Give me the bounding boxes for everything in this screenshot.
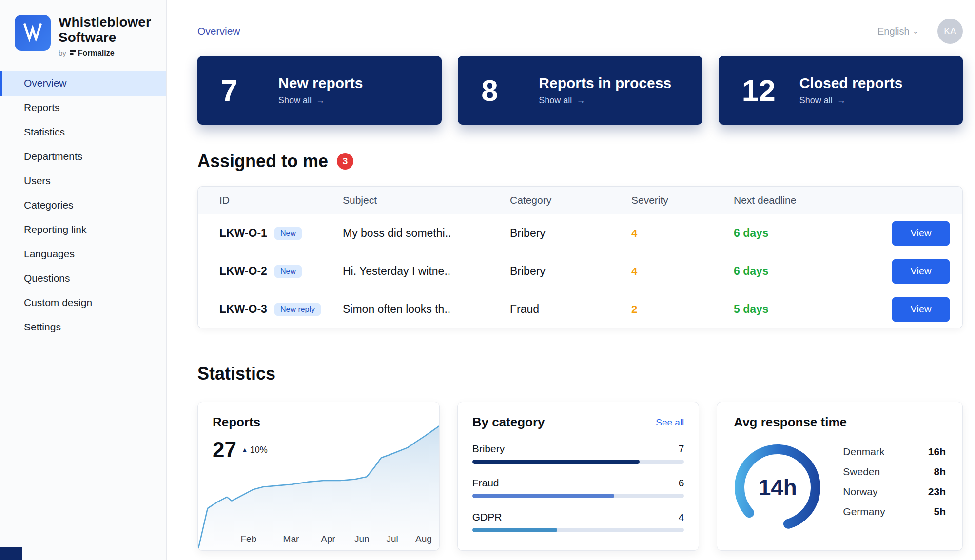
category-value: 6 — [679, 477, 684, 489]
view-button[interactable]: View — [892, 297, 950, 322]
sidebar: Whistleblower Software by Formalize Over… — [0, 0, 167, 560]
arrow-right-icon: → — [837, 96, 846, 106]
category-bar-fill — [472, 528, 557, 532]
by-category-card: By category See all Bribery 7 Fraud 6 — [457, 402, 700, 551]
response-donut-chart: 14h — [734, 444, 821, 531]
report-category: Bribery — [510, 227, 631, 240]
category-item-gdpr: GDPR 4 — [472, 511, 684, 532]
brand-name-line1: Whistleblower — [58, 15, 151, 30]
sidebar-item-label: Settings — [24, 321, 61, 333]
donut-center-label: 14h — [734, 444, 821, 531]
sidebar-item-label: Departments — [24, 151, 82, 162]
view-button[interactable]: View — [892, 221, 950, 246]
sidebar-item-departments[interactable]: Departments — [0, 144, 166, 169]
show-all-label: Show all — [278, 96, 312, 106]
show-all-link[interactable]: Show all → — [800, 96, 903, 106]
by-category-title: By category — [472, 415, 545, 430]
byline-prefix: by — [58, 49, 66, 57]
category-value: 4 — [679, 511, 684, 523]
stat-card-closed[interactable]: 12 Closed reports Show all → — [719, 56, 963, 125]
main-content: Overview English ⌄ KA 7 New reports Show… — [167, 0, 975, 560]
list-item: Norway 23h — [843, 482, 946, 502]
sidebar-item-reporting-link[interactable]: Reporting link — [0, 217, 166, 242]
table-row[interactable]: LKW-O-1 New My boss did somethi.. Briber… — [198, 214, 962, 252]
report-id: LKW-O-1 — [219, 227, 267, 240]
stat-value: 8 — [481, 73, 526, 108]
stat-value: 7 — [221, 73, 266, 108]
col-header-severity: Severity — [631, 194, 734, 206]
list-item: Germany 5h — [843, 502, 946, 521]
category-bar-fill — [472, 460, 640, 464]
assigned-table: ID Subject Category Severity Next deadli… — [197, 186, 963, 328]
x-tick-label: Mar — [283, 534, 299, 544]
sidebar-item-custom-design[interactable]: Custom design — [0, 290, 166, 315]
stat-title: Reports in process — [539, 75, 671, 92]
list-item: Sweden 8h — [843, 462, 946, 482]
country-time: 16h — [928, 446, 946, 458]
sidebar-item-categories[interactable]: Categories — [0, 193, 166, 217]
sidebar-item-settings[interactable]: Settings — [0, 315, 166, 339]
view-button[interactable]: View — [892, 259, 950, 284]
sidebar-item-overview[interactable]: Overview — [0, 71, 166, 96]
reports-chart-card: Reports 27 ▲ 10% — [197, 402, 440, 551]
statistics-cards-row: Reports 27 ▲ 10% — [197, 402, 963, 551]
x-tick-label: Aug — [415, 534, 432, 544]
arrow-right-icon: → — [316, 96, 325, 106]
show-all-link[interactable]: Show all → — [539, 96, 671, 106]
sidebar-item-label: Custom design — [24, 297, 92, 309]
report-deadline: 5 days — [734, 303, 876, 316]
status-badge: New reply — [274, 303, 321, 316]
topbar: Overview English ⌄ KA — [197, 19, 963, 44]
avg-response-title: Avg response time — [734, 415, 946, 430]
formalize-brand: Formalize — [70, 49, 115, 58]
avatar[interactable]: KA — [937, 19, 963, 44]
sidebar-item-languages[interactable]: Languages — [0, 242, 166, 266]
sidebar-item-label: Languages — [24, 248, 75, 260]
sidebar-item-reports[interactable]: Reports — [0, 96, 166, 120]
sidebar-item-label: Reports — [24, 102, 60, 114]
stat-title: Closed reports — [800, 75, 903, 92]
col-header-subject: Subject — [343, 194, 510, 206]
stat-card-new-reports[interactable]: 7 New reports Show all → — [197, 56, 442, 125]
whistleblower-w-icon — [21, 20, 44, 45]
reports-value-row: 27 ▲ 10% — [213, 438, 425, 462]
brand-logo — [15, 15, 51, 51]
report-subject: Simon often looks th.. — [343, 303, 510, 316]
country-time: 8h — [934, 466, 946, 478]
breadcrumb[interactable]: Overview — [197, 25, 240, 37]
statistics-title-text: Statistics — [197, 364, 275, 384]
reports-total: 27 — [213, 438, 236, 462]
report-deadline: 6 days — [734, 227, 876, 240]
show-all-link[interactable]: Show all → — [278, 96, 363, 106]
x-tick-label: Jul — [387, 534, 398, 544]
sidebar-item-users[interactable]: Users — [0, 169, 166, 193]
assigned-title-text: Assigned to me — [197, 151, 328, 172]
show-all-label: Show all — [539, 96, 572, 106]
category-item-fraud: Fraud 6 — [472, 477, 684, 498]
sidebar-item-statistics[interactable]: Statistics — [0, 120, 166, 144]
see-all-link[interactable]: See all — [656, 417, 684, 428]
bottom-corner-widget[interactable] — [0, 547, 22, 560]
col-header-deadline: Next deadline — [734, 194, 876, 206]
table-row[interactable]: LKW-O-2 New Hi. Yesterday I witne.. Brib… — [198, 252, 962, 290]
report-subject: My boss did somethi.. — [343, 227, 510, 240]
status-badge: New — [274, 227, 302, 240]
show-all-label: Show all — [800, 96, 833, 106]
col-header-category: Category — [510, 194, 631, 206]
language-label: English — [878, 26, 910, 37]
stat-card-in-process[interactable]: 8 Reports in process Show all → — [458, 56, 702, 125]
language-selector[interactable]: English ⌄ — [878, 26, 919, 37]
brand-text: Whistleblower Software by Formalize — [58, 15, 151, 58]
by-category-header: By category See all — [472, 415, 684, 430]
stat-cards-row: 7 New reports Show all → 8 Reports in pr… — [197, 56, 963, 125]
sidebar-item-label: Users — [24, 175, 51, 187]
status-badge: New — [274, 265, 302, 278]
arrow-right-icon: → — [576, 96, 585, 106]
sidebar-item-questions[interactable]: Questions — [0, 266, 166, 290]
sidebar-item-label: Overview — [24, 77, 67, 89]
stat-title: New reports — [278, 75, 363, 92]
report-id: LKW-O-3 — [219, 303, 267, 316]
sidebar-item-label: Categories — [24, 199, 74, 211]
report-severity: 2 — [631, 303, 734, 316]
table-row[interactable]: LKW-O-3 New reply Simon often looks th..… — [198, 290, 962, 328]
